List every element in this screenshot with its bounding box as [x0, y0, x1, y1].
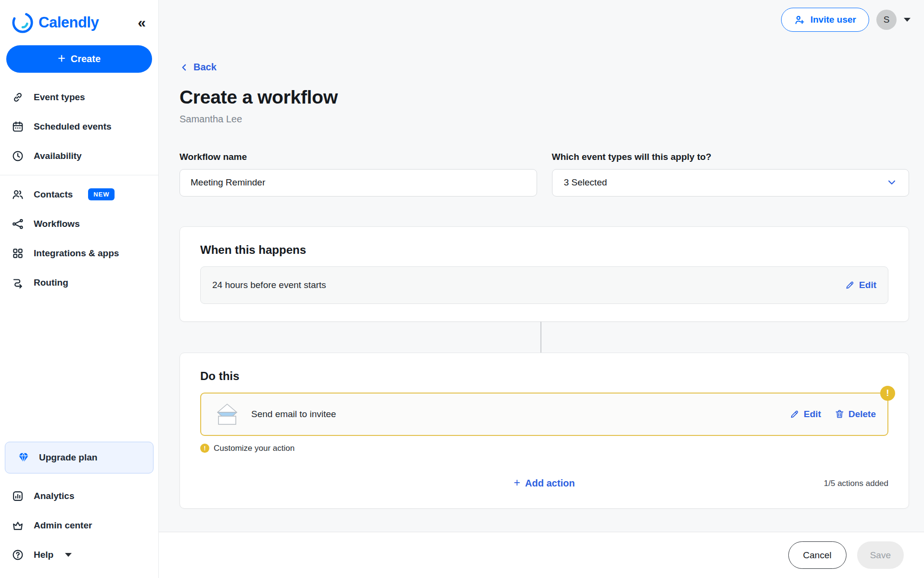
person-plus-icon [794, 14, 805, 26]
sidebar: Calendly « + Create Event types Schedule… [0, 0, 159, 578]
invite-user-button[interactable]: Invite user [781, 8, 869, 32]
action-row: Send email to invitee Edit Delete ! [200, 393, 888, 436]
sidebar-item-workflows[interactable]: Workflows [0, 209, 158, 238]
sidebar-item-label: Routing [34, 277, 68, 288]
sidebar-item-contacts[interactable]: Contacts NEW [0, 180, 158, 209]
sidebar-item-label: Help [34, 550, 53, 560]
upgrade-plan-button[interactable]: Upgrade plan [5, 442, 154, 473]
sidebar-item-help[interactable]: Help [0, 540, 158, 569]
sidebar-item-label: Admin center [34, 520, 92, 531]
sidebar-item-label: Analytics [34, 491, 74, 501]
sidebar-item-routing[interactable]: Routing [0, 268, 158, 297]
sidebar-item-integrations[interactable]: Integrations & apps [0, 238, 158, 268]
page-subtitle: Samantha Lee [180, 114, 909, 125]
customize-warning: ! Customize your action [200, 444, 888, 453]
collapse-sidebar-icon[interactable]: « [138, 15, 146, 30]
trigger-text: 24 hours before event starts [212, 280, 326, 290]
workflow-name-label: Workflow name [180, 152, 537, 162]
clock-icon [12, 150, 24, 162]
email-icon [216, 404, 239, 425]
plus-icon: + [514, 477, 520, 488]
edit-label: Edit [804, 409, 821, 420]
app-window: Calendly « + Create Event types Schedule… [0, 0, 924, 578]
edit-action-button[interactable]: Edit [790, 409, 821, 420]
sidebar-item-availability[interactable]: Availability [0, 141, 158, 171]
new-badge: NEW [88, 188, 115, 200]
back-label: Back [193, 62, 217, 73]
sidebar-item-label: Workflows [34, 219, 80, 229]
back-button[interactable]: Back [180, 62, 217, 73]
action-text: Send email to invitee [251, 409, 336, 420]
chevron-left-icon [180, 63, 189, 72]
workflow-connector-line [540, 322, 541, 353]
calendar-icon [12, 120, 24, 133]
sidebar-item-label: Event types [34, 92, 85, 103]
plus-icon: + [58, 52, 65, 65]
sidebar-item-label: Scheduled events [34, 121, 112, 132]
avatar-menu-caret-icon[interactable] [904, 18, 911, 22]
contacts-icon [12, 188, 24, 201]
sidebar-item-label: Contacts [34, 189, 73, 200]
apps-grid-icon [12, 247, 24, 260]
pencil-icon [790, 409, 800, 419]
workflow-form: Workflow name Which event types will thi… [180, 152, 909, 197]
sidebar-item-event-types[interactable]: Event types [0, 82, 158, 112]
edit-label: Edit [859, 280, 876, 290]
sidebar-divider [0, 175, 158, 175]
routing-icon [12, 276, 24, 289]
footer-bar: Cancel Save [159, 532, 924, 578]
create-button[interactable]: + Create [6, 45, 152, 73]
delete-action-button[interactable]: Delete [834, 409, 876, 420]
link-icon [12, 91, 24, 104]
avatar-initial: S [884, 14, 890, 25]
event-types-select[interactable]: 3 Selected [552, 169, 910, 197]
avatar[interactable]: S [876, 10, 897, 30]
save-button[interactable]: Save [857, 541, 904, 569]
add-action-row: + Add action 1/5 actions added [200, 476, 888, 491]
sidebar-item-label: Integrations & apps [34, 248, 119, 259]
pencil-icon [845, 280, 855, 290]
trigger-card: When this happens 24 hours before event … [180, 226, 909, 322]
calendly-logo[interactable]: Calendly [12, 12, 99, 34]
chevron-down-icon [886, 177, 897, 188]
calendly-logo-icon [12, 12, 34, 34]
sidebar-header: Calendly « [0, 0, 158, 34]
action-card-title: Do this [200, 369, 888, 383]
crown-icon [12, 519, 24, 532]
workflow-icon [12, 218, 24, 230]
customize-warning-text: Customize your action [214, 444, 295, 453]
sidebar-item-analytics[interactable]: Analytics [0, 481, 158, 511]
action-card: Do this Send email to invitee Edit [180, 353, 909, 509]
invite-user-label: Invite user [810, 14, 856, 25]
action-links: Edit Delete [790, 409, 876, 420]
create-button-label: Create [71, 53, 101, 65]
delete-label: Delete [848, 409, 876, 420]
brand-name: Calendly [38, 14, 99, 31]
sidebar-nav: Event types Scheduled events Availabilit… [0, 82, 158, 297]
sidebar-item-scheduled-events[interactable]: Scheduled events [0, 112, 158, 141]
warning-icon: ! [200, 444, 209, 453]
upgrade-plan-label: Upgrade plan [39, 452, 97, 463]
page-title: Create a workflow [180, 87, 909, 108]
sidebar-item-admin-center[interactable]: Admin center [0, 511, 158, 540]
sidebar-item-label: Availability [34, 151, 82, 161]
add-action-button[interactable]: + Add action [514, 478, 575, 489]
help-icon [12, 549, 24, 561]
workflow-name-input[interactable] [180, 169, 537, 197]
edit-trigger-button[interactable]: Edit [845, 280, 876, 290]
page-content: Back Create a workflow Samantha Lee Work… [159, 0, 924, 532]
actions-count: 1/5 actions added [824, 479, 888, 488]
trash-icon [834, 409, 845, 419]
event-types-group: Which event types will this apply to? 3 … [552, 152, 910, 197]
cancel-button[interactable]: Cancel [788, 541, 847, 569]
main-area: Invite user S Back Create a workflow Sam… [159, 0, 924, 578]
trigger-row: 24 hours before event starts Edit [200, 266, 888, 304]
trigger-card-title: When this happens [200, 243, 888, 257]
topbar: Invite user S [781, 8, 911, 32]
add-action-label: Add action [525, 478, 575, 489]
gem-icon [17, 451, 30, 464]
event-types-label: Which event types will this apply to? [552, 152, 910, 162]
action-warning-badge: ! [880, 386, 895, 401]
analytics-icon [12, 490, 24, 502]
event-types-selected-value: 3 Selected [564, 177, 607, 188]
